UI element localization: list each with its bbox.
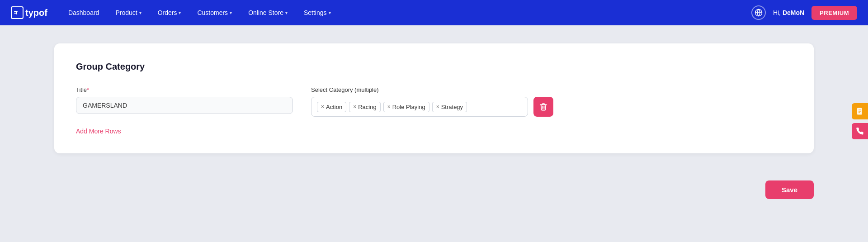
tag-label-strategy: Strategy — [441, 104, 463, 110]
logo-text: typof — [25, 8, 47, 18]
card-title: Group Category — [76, 62, 792, 72]
tag-remove-role_playing[interactable]: × — [387, 104, 391, 109]
tag-remove-strategy[interactable]: × — [436, 104, 439, 109]
nav-settings-chevron: ▾ — [329, 10, 331, 15]
tag-role_playing[interactable]: ×Role Playing — [383, 102, 429, 112]
nav-product-label: Product — [115, 9, 137, 16]
nav-orders-chevron: ▾ — [179, 10, 181, 15]
tag-label-action: Action — [326, 104, 342, 110]
nav-product[interactable]: Product ▾ — [109, 5, 147, 20]
title-group: Title* — [76, 86, 293, 114]
navbar: typof Dashboard Product ▾ Orders ▾ Custo… — [0, 0, 868, 25]
delete-button[interactable] — [533, 97, 553, 117]
nav-product-chevron: ▾ — [139, 10, 142, 15]
nav-dashboard-label: Dashboard — [68, 9, 99, 16]
phone-widget[interactable] — [852, 123, 868, 139]
nav-orders-label: Orders — [158, 9, 177, 16]
logo[interactable]: typof — [11, 6, 47, 19]
nav-online-store-label: Online Store — [248, 9, 283, 16]
language-icon[interactable] — [751, 5, 766, 20]
tag-label-role_playing: Role Playing — [392, 104, 425, 110]
notes-widget[interactable] — [852, 103, 868, 119]
tag-remove-action[interactable]: × — [321, 104, 324, 109]
save-button[interactable]: Save — [765, 180, 814, 199]
nav-customers-chevron: ▾ — [230, 10, 232, 15]
greeting-text: Hi, DeMoN — [773, 9, 804, 16]
group-category-card: Group Category Title* Select Category (m… — [54, 43, 814, 153]
nav-customers-label: Customers — [197, 9, 228, 16]
tag-label-racing: Racing — [358, 104, 376, 110]
tag-remove-racing[interactable]: × — [353, 104, 356, 109]
nav-settings-label: Settings — [304, 9, 327, 16]
category-group: Select Category (multiple) ×Action×Racin… — [311, 86, 792, 117]
title-label: Title* — [76, 86, 293, 93]
nav-customers[interactable]: Customers ▾ — [191, 5, 238, 20]
navbar-right: Hi, DeMoN PREMIUM — [751, 5, 857, 20]
category-select-container: ×Action×Racing×Role Playing×Strategy — [311, 97, 792, 117]
side-widgets — [852, 103, 868, 139]
tag-racing[interactable]: ×Racing — [349, 102, 380, 112]
nav-online-store[interactable]: Online Store ▾ — [242, 5, 294, 20]
logo-icon — [11, 6, 24, 19]
category-label: Select Category (multiple) — [311, 86, 792, 93]
svg-rect-2 — [16, 11, 17, 14]
page-footer: Save — [0, 171, 868, 208]
page-content: Group Category Title* Select Category (m… — [0, 25, 868, 171]
title-input[interactable] — [76, 97, 293, 114]
premium-button[interactable]: PREMIUM — [811, 6, 857, 20]
tags-input[interactable]: ×Action×Racing×Role Playing×Strategy — [311, 97, 528, 117]
tag-action[interactable]: ×Action — [317, 102, 346, 112]
tag-strategy[interactable]: ×Strategy — [432, 102, 467, 112]
nav-orders[interactable]: Orders ▾ — [151, 5, 188, 20]
add-more-rows-link[interactable]: Add More Rows — [76, 128, 121, 135]
form-row: Title* Select Category (multiple) ×Actio… — [76, 86, 792, 117]
nav-dashboard[interactable]: Dashboard — [62, 5, 106, 20]
nav-online-store-chevron: ▾ — [285, 10, 288, 15]
nav-settings[interactable]: Settings ▾ — [297, 5, 337, 20]
